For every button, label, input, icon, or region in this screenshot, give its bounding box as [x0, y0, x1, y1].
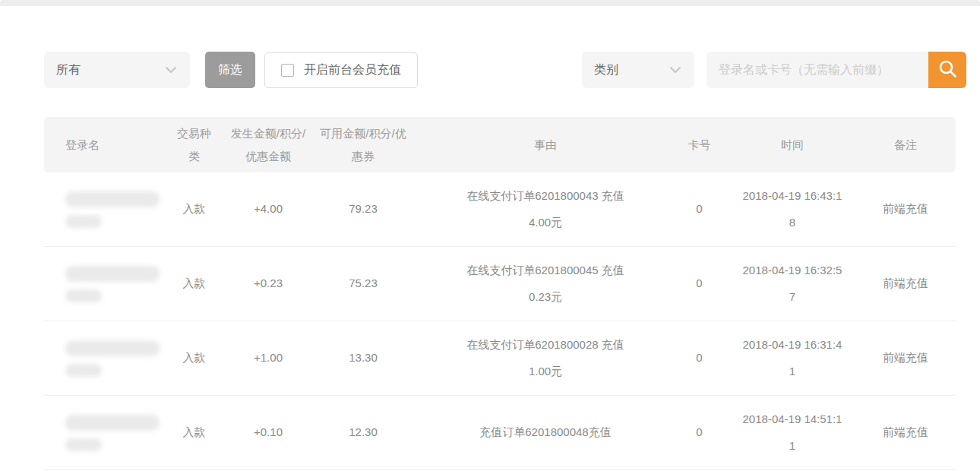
cell-card: 0	[671, 345, 728, 371]
redacted-login-line2	[65, 289, 102, 302]
cell-reason: 在线支付订单6201800028 充值1.00元	[420, 332, 671, 384]
cell-time: 2018-04-19 16:32:57	[728, 258, 857, 310]
table-row: 入款+0.1012.30充值订单6201800048充值02018-04-19 …	[44, 396, 956, 470]
column-header-note: 备注	[857, 134, 954, 156]
top-strip	[0, 0, 980, 6]
column-header-reason: 事由	[420, 134, 671, 156]
chevron-down-icon	[164, 63, 178, 77]
table-row: 入款+1.0013.30在线支付订单6201800028 充值1.00元0201…	[44, 321, 956, 396]
table-row: 入款+4.0079.23在线支付订单6201800043 充值4.00元0201…	[44, 172, 956, 247]
cell-note: 前端充值	[857, 270, 954, 297]
cell-note: 前端充值	[857, 345, 954, 371]
search-input[interactable]	[707, 52, 928, 88]
redacted-login-line1	[65, 340, 160, 356]
cell-login	[44, 415, 158, 451]
recharge-records-table: 登录名交易种类发生金额/积分/优惠金额可用金额/积分/优惠券事由卡号时间备注 入…	[44, 117, 956, 470]
cell-avail: 12.30	[306, 419, 420, 446]
cell-login	[44, 266, 158, 302]
scope-select-value: 所有	[56, 62, 81, 78]
redacted-login-line2	[65, 438, 102, 451]
cell-login	[44, 191, 158, 228]
redacted-login-line2	[65, 215, 102, 228]
cell-time: 2018-04-19 16:43:18	[728, 183, 857, 235]
table-body: 入款+4.0079.23在线支付订单6201800043 充值4.00元0201…	[44, 172, 956, 470]
cell-reason: 在线支付订单6201800043 充值4.00元	[420, 183, 671, 235]
front-recharge-toggle[interactable]: 开启前台会员充值	[264, 52, 418, 88]
cell-card: 0	[671, 196, 728, 223]
cell-card: 0	[671, 419, 728, 446]
column-header-card: 卡号	[671, 134, 728, 156]
cell-amount: +0.10	[230, 419, 306, 446]
cell-type: 入款	[158, 419, 230, 446]
front-recharge-label: 开启前台会员充值	[304, 62, 401, 78]
category-select[interactable]: 类别	[582, 52, 694, 88]
magnifier-icon	[937, 58, 958, 81]
cell-avail: 79.23	[306, 196, 420, 223]
cell-avail: 75.23	[306, 270, 420, 297]
search-group	[707, 52, 966, 88]
cell-avail: 13.30	[306, 345, 420, 371]
cell-reason: 充值订单6201800048充值	[420, 419, 671, 446]
table-row: 入款+0.2375.23在线支付订单6201800045 充值0.23元0201…	[44, 247, 956, 321]
cell-note: 前端充值	[857, 196, 954, 223]
cell-login	[44, 340, 158, 377]
scope-select[interactable]: 所有	[44, 52, 190, 88]
redacted-login-line1	[65, 415, 160, 431]
redacted-login-line1	[65, 191, 160, 207]
cell-type: 入款	[158, 196, 230, 223]
cell-amount: +0.23	[230, 270, 306, 297]
column-header-type: 交易种类	[158, 122, 230, 168]
cell-type: 入款	[158, 270, 230, 297]
redacted-login-line1	[65, 266, 160, 282]
cell-amount: +1.00	[230, 345, 306, 371]
column-header-login: 登录名	[44, 134, 158, 156]
toolbar-left-group: 所有 筛选 开启前台会员充值	[44, 52, 418, 88]
chevron-down-icon	[669, 63, 682, 77]
cell-reason: 在线支付订单6201800045 充值0.23元	[420, 258, 671, 310]
cell-card: 0	[671, 270, 728, 297]
redacted-login-line2	[65, 364, 102, 377]
filter-button[interactable]: 筛选	[205, 52, 255, 88]
search-button[interactable]	[928, 52, 966, 88]
cell-time: 2018-04-19 16:31:41	[728, 332, 857, 384]
column-header-amount: 发生金额/积分/优惠金额	[230, 122, 306, 168]
cell-note: 前端充值	[857, 419, 954, 446]
cell-amount: +4.00	[230, 196, 306, 223]
toolbar-right-group: 类别	[582, 52, 966, 88]
column-header-time: 时间	[728, 134, 857, 156]
checkbox-icon[interactable]	[281, 64, 294, 77]
category-select-value: 类别	[594, 62, 618, 78]
cell-time: 2018-04-19 14:51:11	[728, 406, 857, 459]
toolbar: 所有 筛选 开启前台会员充值 类别	[44, 52, 966, 88]
cell-type: 入款	[158, 345, 230, 371]
column-header-avail: 可用金额/积分/优惠券	[306, 122, 420, 168]
table-header-row: 登录名交易种类发生金额/积分/优惠金额可用金额/积分/优惠券事由卡号时间备注	[44, 117, 956, 172]
